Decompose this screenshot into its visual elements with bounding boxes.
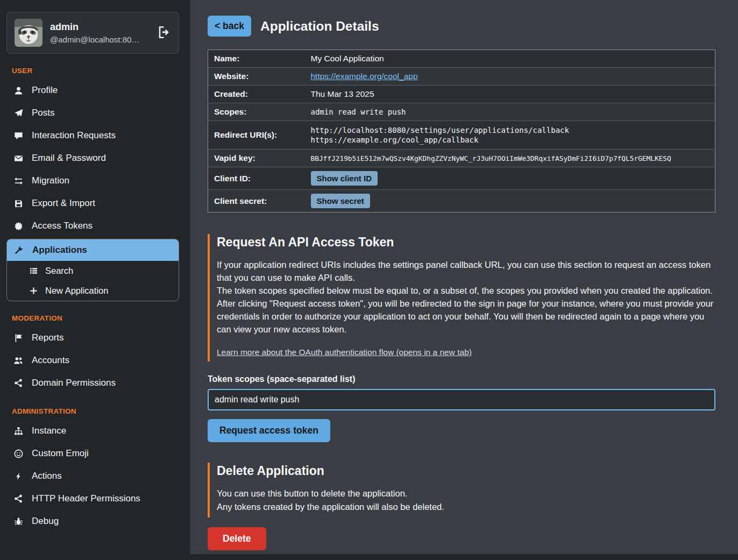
sloth-avatar-image <box>15 19 42 47</box>
logout-icon <box>158 32 171 40</box>
token-scopes-label: Token scopes (space-separated list) <box>208 374 715 384</box>
sidebar-item-domain-permissions[interactable]: Domain Permissions <box>6 372 179 394</box>
redirect-uri-2: https://example.org/cool_app/callback <box>311 136 709 144</box>
user-handle: @admin@localhost:80… <box>50 35 139 44</box>
section-label-administration: ADMINISTRATION <box>12 407 174 415</box>
sidebar-item-search[interactable]: Search <box>7 261 179 281</box>
sidebar-item-label: Domain Permissions <box>32 378 116 388</box>
client-id-label: Client ID: <box>208 167 305 190</box>
logout-button[interactable] <box>158 26 171 40</box>
website-link[interactable]: https://example.org/cool_app <box>311 72 418 81</box>
redirect-uris-value: http://localhost:8080/settings/user/appl… <box>305 121 715 150</box>
table-row-client-id: Client ID: Show client ID <box>208 167 715 190</box>
scopes-value: admin read write push <box>305 103 715 121</box>
table-row-scopes: Scopes: admin read write push <box>208 103 715 121</box>
sidebar-item-label: Reports <box>32 332 64 343</box>
created-value: Thu Mar 13 2025 <box>305 86 715 103</box>
vapid-key-value: BBJffJ219b5iE512m7wQSzv4KgKDhgZZVzNyWC_r… <box>305 150 715 167</box>
sidebar-item-instance[interactable]: Instance <box>6 420 179 442</box>
section-label-moderation: MODERATION <box>12 314 174 322</box>
table-row-redirect-uris: Redirect URI(s): http://localhost:8080/s… <box>208 121 715 150</box>
user-icon <box>13 86 24 95</box>
user-name: admin <box>50 22 139 33</box>
sidebar-item-profile[interactable]: Profile <box>6 79 179 102</box>
show-client-id-button[interactable]: Show client ID <box>311 171 378 186</box>
sidebar-item-debug[interactable]: Debug <box>6 510 179 533</box>
sidebar-item-label: Search <box>45 266 73 276</box>
share-nodes-icon <box>13 494 24 504</box>
redirect-uris-label: Redirect URI(s): <box>208 121 305 150</box>
delete-application-section: Delete Application You can use this butt… <box>208 463 715 517</box>
created-label: Created: <box>208 86 305 103</box>
sidebar-item-custom-emoji[interactable]: Custom Emoji <box>6 442 179 465</box>
plus-icon <box>29 286 38 296</box>
users-icon <box>13 356 24 365</box>
delete-line-2: Any tokens created by the application wi… <box>217 500 715 513</box>
delete-button[interactable]: Delete <box>208 527 266 550</box>
request-token-section: Request An API Access Token If your appl… <box>208 234 715 361</box>
avatar <box>15 19 42 47</box>
redirect-uri-1: http://localhost:8080/settings/user/appl… <box>311 126 709 134</box>
token-scopes-input[interactable] <box>208 389 715 410</box>
sidebar-item-reports[interactable]: Reports <box>6 327 179 349</box>
section-label-user: USER <box>12 67 174 75</box>
sidebar-item-access-tokens[interactable]: Access Tokens <box>6 215 179 237</box>
sidebar-item-label: HTTP Header Permissions <box>32 493 140 504</box>
list-icon <box>29 266 38 276</box>
sidebar-item-label: Posts <box>32 108 55 118</box>
sidebar-item-label: New Application <box>45 286 108 296</box>
share-nodes-icon <box>13 378 24 388</box>
sidebar-item-label: Actions <box>32 471 62 481</box>
app-window: admin @admin@localhost:80… USER Profile <box>0 0 738 560</box>
table-row-client-secret: Client secret: Show secret <box>208 190 715 212</box>
smiley-icon <box>13 449 24 458</box>
bug-icon <box>13 516 24 526</box>
wrench-icon <box>13 245 24 255</box>
certificate-icon <box>13 221 24 231</box>
sidebar-item-migration[interactable]: Migration <box>6 169 179 192</box>
user-card: admin @admin@localhost:80… <box>6 12 179 54</box>
delete-line-1: You can use this button to delete the ap… <box>217 487 715 500</box>
oauth-docs-link[interactable]: Learn more about the OAuth authenticatio… <box>217 348 472 357</box>
delete-application-heading: Delete Application <box>217 464 715 478</box>
sidebar-item-label: Accounts <box>32 355 69 366</box>
sidebar-item-label: Profile <box>32 85 58 96</box>
sitemap-icon <box>13 426 24 436</box>
main-panel: < back Application Details Name: My Cool… <box>190 0 738 554</box>
sidebar-item-label: Access Tokens <box>32 221 93 231</box>
vapid-key-label: Vapid key: <box>208 150 305 167</box>
sidebar-item-label: Custom Emoji <box>32 448 89 459</box>
flag-icon <box>13 333 24 343</box>
client-secret-label: Client secret: <box>208 190 305 212</box>
request-access-token-button[interactable]: Request access token <box>208 419 330 442</box>
sidebar-item-export-import[interactable]: Export & Import <box>6 192 179 215</box>
sidebar-item-label: Instance <box>32 426 66 436</box>
sidebar-item-http-header-permissions[interactable]: HTTP Header Permissions <box>6 487 179 510</box>
request-token-paragraph-2: The token scopes specified below must be… <box>217 284 715 297</box>
sidebar-item-posts[interactable]: Posts <box>6 102 179 124</box>
scopes-label: Scopes: <box>208 103 305 121</box>
request-token-heading: Request An API Access Token <box>217 235 715 250</box>
sidebar-item-actions[interactable]: Actions <box>6 465 179 487</box>
sidebar-group-applications: Applications Search New Application <box>6 239 179 301</box>
envelope-icon <box>13 153 24 163</box>
show-secret-button[interactable]: Show secret <box>311 194 370 208</box>
sidebar-item-interaction-requests[interactable]: Interaction Requests <box>6 124 179 147</box>
name-value: My Cool Application <box>305 50 715 68</box>
sidebar-item-label: Debug <box>32 516 59 527</box>
sidebar-item-label: Interaction Requests <box>32 130 116 141</box>
sidebar-item-applications[interactable]: Applications <box>7 239 179 261</box>
back-button[interactable]: < back <box>208 16 251 37</box>
bolt-icon <box>13 471 24 481</box>
website-label: Website: <box>208 68 305 86</box>
table-row-name: Name: My Cool Application <box>208 50 715 68</box>
sidebar-item-email-password[interactable]: Email & Password <box>6 147 179 169</box>
table-row-created: Created: Thu Mar 13 2025 <box>208 86 715 103</box>
sidebar-item-new-application[interactable]: New Application <box>7 281 179 301</box>
sidebar-item-label: Migration <box>32 175 69 186</box>
request-token-paragraph-3: After clicking "Request access token", y… <box>217 297 715 336</box>
sidebar-item-label: Applications <box>32 245 87 256</box>
comment-icon <box>13 131 24 140</box>
floppy-disk-icon <box>13 199 24 208</box>
sidebar-item-accounts[interactable]: Accounts <box>6 349 179 372</box>
